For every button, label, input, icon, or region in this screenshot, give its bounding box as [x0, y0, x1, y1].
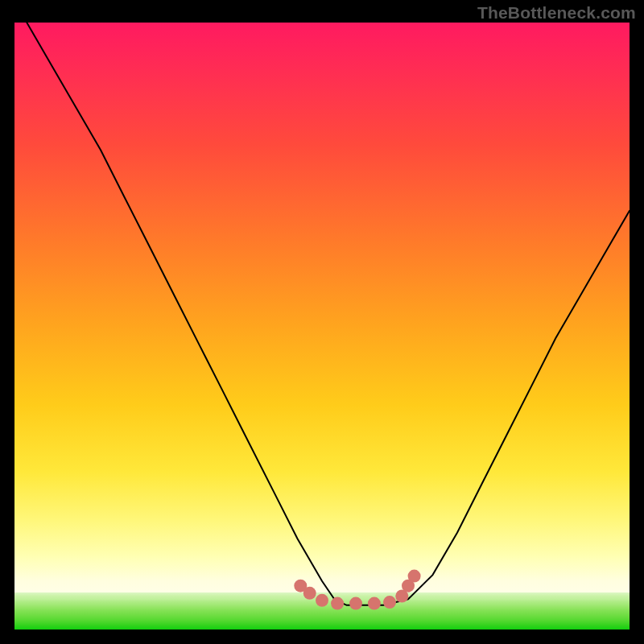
chart-marker: [368, 597, 381, 610]
chart-marker: [331, 597, 344, 610]
chart-marker: [408, 570, 421, 583]
chart-svg: [14, 23, 630, 630]
chart-marker: [303, 587, 316, 600]
chart-plot-area: [14, 23, 630, 630]
chart-marker: [349, 597, 362, 610]
chart-marker: [383, 596, 396, 609]
chart-marker: [316, 594, 328, 607]
chart-curve: [27, 23, 630, 605]
chart-markers: [294, 570, 420, 610]
attribution-label: TheBottleneck.com: [477, 3, 636, 23]
